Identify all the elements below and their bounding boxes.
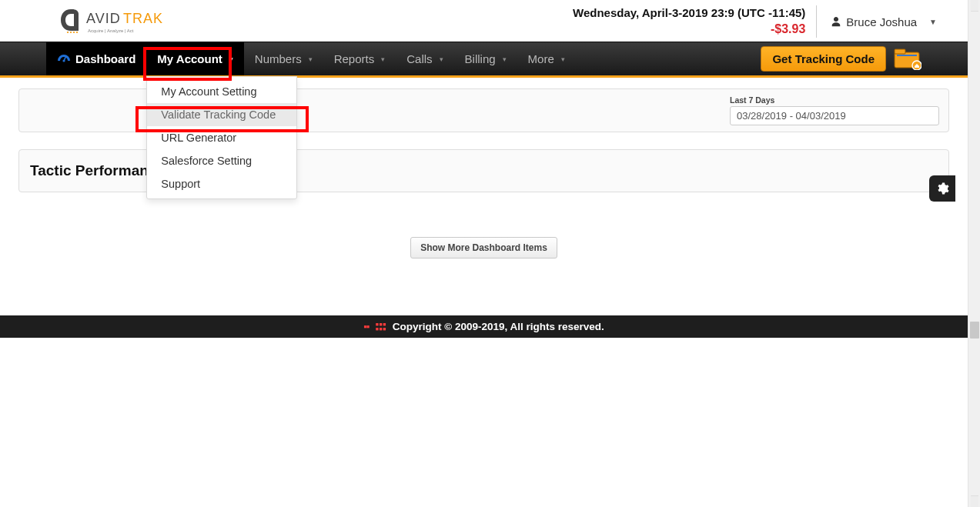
user-menu[interactable]: Bruce Joshua ▼ xyxy=(831,15,945,28)
my-account-dropdown: My Account Setting Validate Tracking Cod… xyxy=(146,76,297,199)
get-tracking-code-button[interactable]: Get Tracking Code xyxy=(761,46,886,72)
settings-gear-tab[interactable] xyxy=(929,175,955,202)
svg-text:TRAK: TRAK xyxy=(123,11,163,26)
chevron-down-icon: ▾ xyxy=(503,55,507,63)
nav-dashboard-label: Dashboard xyxy=(75,52,135,65)
user-icon xyxy=(831,16,841,27)
svg-point-1 xyxy=(70,32,72,33)
home-folder-icon[interactable] xyxy=(894,48,921,70)
nav-more[interactable]: More ▾ xyxy=(517,42,576,75)
chevron-down-icon: ▾ xyxy=(440,55,443,63)
footer: ▪▪ ▪▪▪▪▪▪ Copyright © 2009-2019, All rig… xyxy=(0,315,968,338)
chevron-down-icon: ▼ xyxy=(929,18,937,26)
nav-more-label: More xyxy=(528,52,554,65)
scrollbar-thumb[interactable] xyxy=(970,322,979,339)
main-navbar: Dashboard My Account ▾ My Account Settin… xyxy=(0,42,968,78)
chevron-down-icon: ▾ xyxy=(561,55,565,63)
menu-my-account-setting[interactable]: My Account Setting xyxy=(147,80,296,103)
datetime-balance: Wednesday, April-3-2019 23:9 (UTC -11:45… xyxy=(573,5,817,38)
chevron-down-icon: ▾ xyxy=(381,55,385,63)
nav-billing-label: Billing xyxy=(465,52,496,65)
date-range-input[interactable] xyxy=(730,106,939,125)
dashboard-icon xyxy=(57,54,71,65)
menu-url-generator[interactable]: URL Generator xyxy=(147,126,296,149)
nav-numbers[interactable]: Numbers ▾ xyxy=(244,42,323,75)
current-datetime: Wednesday, April-3-2019 23:9 (UTC -11:45… xyxy=(573,5,805,21)
date-filter-label: Last 7 Days xyxy=(730,95,939,105)
nav-my-account-label: My Account xyxy=(157,52,222,65)
content-area: Last 7 Days Tactic Performance Show More… xyxy=(0,78,968,282)
nav-billing[interactable]: Billing ▾ xyxy=(454,42,517,75)
svg-text:Acquire   |   Analyze   |   Ac: Acquire | Analyze | Act xyxy=(88,28,134,33)
footer-grid-icon: ▪▪▪▪▪▪ xyxy=(375,322,386,331)
svg-rect-11 xyxy=(897,55,917,56)
chevron-down-icon: ▾ xyxy=(229,55,233,63)
svg-point-3 xyxy=(76,32,78,33)
top-header: AVID TRAK Acquire | Analyze | Act Wednes… xyxy=(0,0,968,42)
nav-numbers-label: Numbers xyxy=(255,52,302,65)
svg-point-0 xyxy=(67,32,69,33)
menu-salesforce-setting[interactable]: Salesforce Setting xyxy=(147,149,296,172)
footer-grid-icon: ▪▪ xyxy=(363,321,369,332)
menu-validate-tracking-code[interactable]: Validate Tracking Code xyxy=(147,103,296,126)
vertical-scrollbar[interactable] xyxy=(968,0,980,507)
chevron-down-icon: ▾ xyxy=(309,55,313,63)
footer-text: Copyright © 2009-2019, All rights reserv… xyxy=(393,321,604,332)
nav-my-account[interactable]: My Account ▾ My Account Setting Validate… xyxy=(146,42,243,75)
nav-calls-label: Calls xyxy=(406,52,432,65)
menu-support[interactable]: Support xyxy=(147,172,296,195)
nav-calls[interactable]: Calls ▾ xyxy=(396,42,453,75)
brand-logo[interactable]: AVID TRAK Acquire | Analyze | Act xyxy=(54,5,176,38)
svg-text:AVID: AVID xyxy=(86,11,121,26)
user-name: Bruce Joshua xyxy=(846,15,917,28)
account-balance: -$3.93 xyxy=(573,21,805,38)
svg-point-2 xyxy=(73,32,75,33)
show-more-button[interactable]: Show More Dashboard Items xyxy=(410,237,557,259)
svg-rect-10 xyxy=(895,49,905,54)
nav-reports-label: Reports xyxy=(334,52,375,65)
nav-dashboard[interactable]: Dashboard xyxy=(46,42,146,75)
nav-reports[interactable]: Reports ▾ xyxy=(323,42,396,75)
gear-icon xyxy=(935,182,949,195)
